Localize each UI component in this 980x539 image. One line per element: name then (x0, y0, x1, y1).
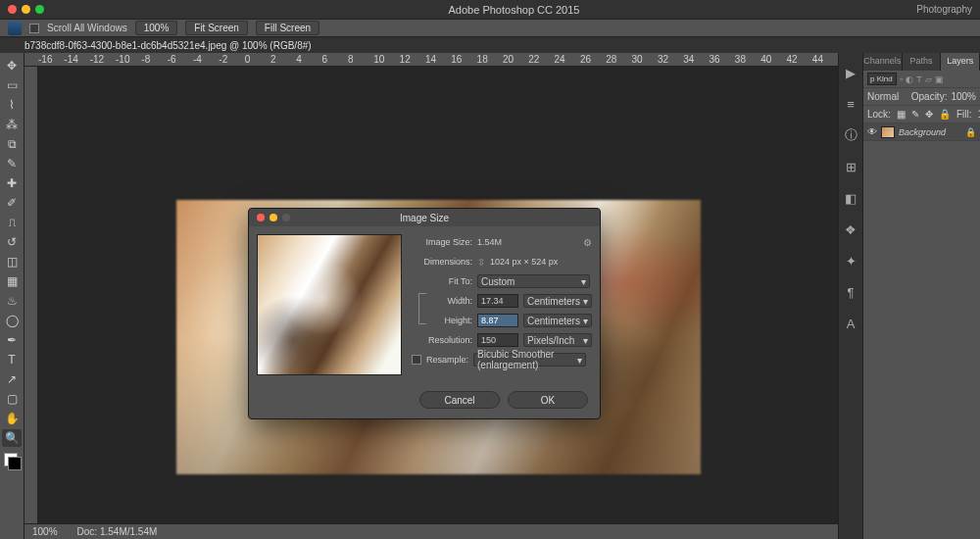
lock-icon: 🔒 (965, 127, 976, 137)
paragraph-icon[interactable]: ¶ (843, 284, 858, 300)
crop-tool-icon[interactable]: ⧉ (2, 135, 22, 153)
info-icon[interactable]: ⓘ (843, 127, 858, 143)
image-size-dialog: Image Size Image Size: 1.54M ⚙ Dimension… (248, 208, 601, 419)
color-swatch-icon[interactable] (4, 453, 20, 468)
history-panel-icon[interactable]: ≡ (843, 96, 858, 112)
status-doc[interactable]: Doc: 1.54M/1.54M (77, 526, 158, 537)
layers-panel: Channels Paths Layers ▫ ◐ T ▱ ▣ Normal O… (862, 53, 980, 539)
status-bar: 100% Doc: 1.54M/1.54M (24, 523, 838, 539)
swatches-icon[interactable]: ⊞ (843, 159, 858, 174)
heal-tool-icon[interactable]: ✚ (2, 174, 22, 192)
resolution-input[interactable] (477, 333, 518, 347)
stamp-tool-icon[interactable]: ⎍ (2, 214, 22, 231)
maximize-icon[interactable] (35, 5, 44, 14)
document-tab[interactable]: b738cdf8-0f63-4300-b8e1-dc6b4d5321e4.jpe… (24, 40, 312, 51)
dialog-close-icon[interactable] (257, 214, 265, 221)
fill-label: Fill: (956, 109, 972, 120)
minimize-icon[interactable] (22, 5, 30, 14)
blur-tool-icon[interactable]: ♨ (2, 292, 22, 310)
height-input[interactable] (477, 314, 518, 327)
tools-panel: ✥ ▭ ⌇ ⁂ ⧉ ✎ ✚ ✐ ⎍ ↺ ◫ ▦ ♨ ◯ ✒ T ↗ ▢ ✋ 🔍 (0, 53, 24, 539)
brush-tool-icon[interactable]: ✐ (2, 194, 22, 212)
pen-tool-icon[interactable]: ✒ (2, 331, 22, 349)
collapsed-panels: ▶ ≡ ⓘ ⊞ ◧ ❖ ✦ ¶ A (838, 53, 862, 539)
resample-checkbox[interactable] (412, 355, 421, 365)
layer-thumbnail[interactable] (881, 126, 895, 138)
layer-row[interactable]: 👁 Background 🔒 (863, 123, 980, 141)
filter-smart-icon[interactable]: ▣ (935, 74, 944, 84)
path-tool-icon[interactable]: ↗ (2, 370, 22, 388)
fill-screen-button[interactable]: Fill Screen (256, 21, 319, 35)
blend-mode-select[interactable]: Normal (867, 91, 907, 102)
character-icon[interactable]: A (843, 316, 858, 331)
dialog-title: Image Size (400, 213, 449, 223)
kind-filter[interactable] (867, 73, 897, 85)
dialog-preview (257, 234, 402, 375)
zoom-100-button[interactable]: 100% (135, 21, 178, 35)
wand-tool-icon[interactable]: ⁂ (2, 116, 22, 133)
history-tool-icon[interactable]: ↺ (2, 233, 22, 251)
width-unit-select[interactable]: Centimeters▾ (523, 294, 592, 308)
ruler-vertical (24, 67, 38, 539)
scroll-all-checkbox[interactable] (29, 24, 39, 33)
layers-tab[interactable]: Layers (941, 53, 980, 71)
zoom-tool-icon[interactable]: 🔍 (2, 429, 22, 447)
layer-filter-bar: ▫ ◐ T ▱ ▣ (863, 71, 980, 88)
filter-adjust-icon[interactable]: ◐ (906, 74, 913, 84)
canvas-area: -16-14-12-10-8-6-4-202468101214161820222… (24, 53, 838, 539)
ok-button[interactable]: OK (508, 391, 588, 409)
scroll-all-label: Scroll All Windows (47, 23, 127, 33)
document-tab-bar: b738cdf8-0f63-4300-b8e1-dc6b4d5321e4.jpe… (0, 37, 980, 53)
dodge-tool-icon[interactable]: ◯ (2, 312, 22, 329)
dialog-minimize-icon[interactable] (270, 214, 277, 221)
channels-tab[interactable]: Channels (863, 53, 903, 71)
cancel-button[interactable]: Cancel (419, 391, 500, 409)
lasso-tool-icon[interactable]: ⌇ (2, 96, 22, 114)
paths-tab[interactable]: Paths (903, 53, 942, 71)
fit-to-select[interactable]: Custom▾ (477, 274, 590, 288)
opacity-label: Opacity: (911, 91, 948, 102)
lock-position-icon[interactable]: ✥ (925, 109, 933, 120)
dialog-maximize-icon (282, 214, 290, 221)
eraser-tool-icon[interactable]: ◫ (2, 253, 22, 270)
resolution-label: Resolution: (412, 335, 472, 345)
adjustments-icon[interactable]: ❖ (843, 221, 858, 237)
app-title: Adobe Photoshop CC 2015 (56, 4, 972, 16)
lock-all-icon[interactable]: 🔒 (939, 109, 951, 120)
width-input[interactable] (477, 294, 518, 308)
image-size-value: 1.54M (477, 237, 502, 247)
fit-screen-button[interactable]: Fit Screen (185, 21, 248, 35)
layer-name[interactable]: Background (899, 127, 946, 137)
gear-icon[interactable]: ⚙ (583, 237, 592, 248)
color-icon[interactable]: ◧ (843, 190, 858, 206)
image-size-label: Image Size: (412, 237, 472, 247)
filter-type-icon[interactable]: T (916, 74, 922, 84)
opacity-value[interactable]: 100% (951, 91, 976, 102)
visibility-icon[interactable]: 👁 (867, 126, 877, 137)
resolution-unit-select[interactable]: Pixels/Inch▾ (523, 333, 592, 347)
lock-transparent-icon[interactable]: ▦ (897, 109, 906, 120)
filter-pixel-icon[interactable]: ▫ (900, 74, 903, 84)
ruler-horizontal: -16-14-12-10-8-6-4-202468101214161820222… (24, 53, 838, 67)
hand-tool-icon[interactable]: ✋ (2, 410, 22, 427)
workspace-label[interactable]: Photography (916, 4, 972, 15)
resample-label: Resample: (426, 355, 468, 365)
close-icon[interactable] (8, 5, 17, 14)
gradient-tool-icon[interactable]: ▦ (2, 272, 22, 290)
dialog-titlebar[interactable]: Image Size (249, 209, 600, 226)
link-dimensions-icon[interactable] (418, 293, 426, 324)
lock-pixels-icon[interactable]: ✎ (911, 109, 919, 120)
status-zoom[interactable]: 100% (32, 526, 58, 537)
type-tool-icon[interactable]: T (2, 351, 22, 368)
height-unit-select[interactable]: Centimeters▾ (523, 314, 592, 327)
marquee-tool-icon[interactable]: ▭ (2, 76, 22, 94)
shape-tool-icon[interactable]: ▢ (2, 390, 22, 408)
styles-icon[interactable]: ✦ (843, 253, 858, 269)
eyedropper-tool-icon[interactable]: ✎ (2, 155, 22, 172)
ps-logo-icon (8, 22, 22, 35)
play-icon[interactable]: ▶ (843, 65, 858, 80)
resample-select: Bicubic Smoother (enlargement)▾ (473, 353, 586, 367)
filter-shape-icon[interactable]: ▱ (925, 74, 932, 84)
move-tool-icon[interactable]: ✥ (2, 57, 22, 74)
options-bar: Scroll All Windows 100% Fit Screen Fill … (0, 20, 980, 37)
